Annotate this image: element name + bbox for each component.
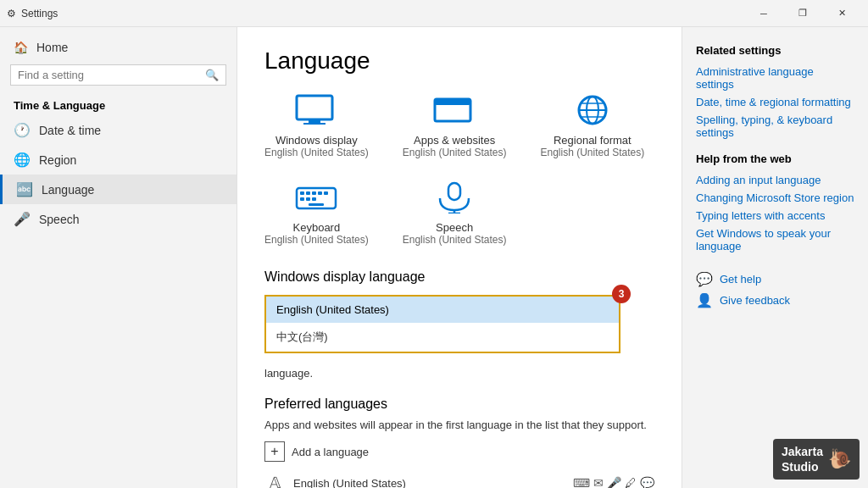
badge-3: 3 (612, 285, 631, 303)
display-lang-title: Windows display language (264, 269, 654, 285)
home-label: Home (36, 41, 68, 54)
main-content: Language Windows display English (United… (237, 27, 682, 488)
section-note: language. (264, 367, 654, 380)
sidebar-section-label: Time & Language (0, 92, 236, 115)
lang-action-icon-5[interactable]: 💬 (640, 476, 654, 488)
svg-rect-0 (297, 96, 332, 119)
speech-sub: English (United States) (403, 234, 507, 246)
speech-label: Speech (436, 221, 473, 234)
apps-websites-label: Apps & websites (414, 134, 495, 147)
sidebar-item-label: Speech (39, 213, 79, 226)
related-link-spelling[interactable]: Spelling, typing, & keyboard settings (696, 114, 854, 139)
regional-format-sub: English (United States) (540, 147, 644, 158)
search-box[interactable]: 🔍 (10, 64, 226, 86)
speech-icon (431, 179, 478, 216)
sidebar-item-language[interactable]: 🔤 Language (0, 175, 236, 204)
related-link-date[interactable]: Date, time & regional formatting (696, 96, 854, 108)
give-feedback-label: Give feedback (720, 294, 790, 307)
help-link-typing[interactable]: Typing letters with accents (696, 209, 854, 222)
watermark-line1: Jakarta (782, 444, 823, 459)
windows-display-item[interactable]: Windows display English (United States) (264, 92, 369, 158)
preferred-title: Preferred languages (264, 396, 654, 412)
date-time-icon: 🕐 (14, 122, 31, 138)
regional-format-icon (569, 92, 616, 129)
get-help-icon: 💬 (696, 271, 713, 287)
svg-rect-18 (312, 197, 316, 201)
windows-display-icon (292, 92, 340, 129)
language-icon: 🔤 (16, 181, 33, 197)
settings-icon: ⚙ (7, 8, 16, 19)
speech-item[interactable]: Speech English (United States) (403, 179, 507, 246)
svg-rect-14 (318, 191, 322, 195)
lang-icons-row: Windows display English (United States) … (264, 92, 654, 158)
svg-rect-11 (300, 191, 304, 195)
keyboard-label: Keyboard (293, 221, 341, 234)
watermark-line2: Studio (782, 459, 823, 474)
dropdown-option-chinese[interactable]: 中文(台灣) (266, 323, 619, 352)
help-title: Help from the web (696, 152, 854, 165)
give-feedback-icon: 👤 (696, 292, 713, 308)
svg-rect-2 (303, 123, 326, 125)
svg-rect-17 (306, 197, 310, 201)
apps-websites-item[interactable]: Apps & websites English (United States) (403, 92, 507, 158)
help-link-store[interactable]: Changing Microsoft Store region (696, 191, 854, 204)
get-help-item[interactable]: 💬 Get help (696, 271, 854, 287)
lang-list-label-english: English (United States) (293, 477, 406, 489)
home-icon: 🏠 (14, 41, 28, 54)
speech-sidebar-icon: 🎤 (14, 211, 31, 227)
snail-icon: 🐌 (828, 447, 851, 472)
help-link-adding[interactable]: Adding an input language (696, 174, 854, 186)
lang-icons-row-2: Keyboard English (United States) Speech … (264, 179, 654, 246)
search-input[interactable] (18, 69, 205, 81)
give-feedback-item[interactable]: 👤 Give feedback (696, 292, 854, 308)
titlebar: ⚙ Settings ─ ❐ ✕ (0, 0, 868, 27)
sidebar-item-region[interactable]: 🌐 Region (0, 145, 236, 175)
lang-action-icon-1[interactable]: ⌨ (573, 476, 590, 488)
titlebar-left: ⚙ Settings (7, 8, 58, 19)
watermark-text: Jakarta Studio (782, 444, 823, 474)
sidebar-item-date-time[interactable]: 🕐 Date & time (0, 115, 236, 145)
sidebar-item-label: Language (42, 183, 94, 197)
preferred-desc: Apps and websites will appear in the fir… (264, 419, 654, 431)
display-lang-dropdown[interactable]: English (United States) 中文(台灣) (264, 295, 620, 353)
app-body: 🏠 Home 🔍 Time & Language 🕐 Date & time 🌐… (0, 27, 868, 488)
svg-rect-13 (312, 191, 316, 195)
lang-list-icon-english: 𝔸 (264, 474, 285, 488)
sidebar-item-speech[interactable]: 🎤 Speech (0, 204, 236, 234)
lang-list-item-english: 𝔸 English (United States) ⌨ ✉ 🎤 🖊 💬 (264, 470, 654, 488)
display-lang-dropdown-wrapper: English (United States) 中文(台灣) 3 (264, 295, 620, 367)
get-help-label: Get help (720, 273, 761, 286)
minimize-button[interactable]: ─ (744, 0, 783, 27)
related-link-admin[interactable]: Administrative language settings (696, 65, 854, 91)
svg-rect-16 (300, 197, 304, 201)
svg-rect-19 (309, 203, 324, 206)
windows-display-sub: English (United States) (264, 147, 369, 158)
app-title: Settings (21, 8, 58, 19)
lang-action-icon-2[interactable]: ✉ (593, 476, 604, 488)
dropdown-option-english[interactable]: English (United States) (266, 297, 619, 323)
help-link-speak[interactable]: Get Windows to speak your language (696, 227, 854, 252)
watermark: Jakarta Studio 🐌 (773, 439, 860, 480)
lang-action-icon-3[interactable]: 🎤 (607, 476, 621, 488)
sidebar-home[interactable]: 🏠 Home (0, 34, 236, 61)
close-button[interactable]: ✕ (822, 0, 861, 27)
related-settings-title: Related settings (696, 44, 854, 57)
titlebar-controls: ─ ❐ ✕ (744, 0, 861, 27)
add-label: Add a language (292, 446, 369, 458)
svg-rect-20 (448, 183, 460, 200)
apps-websites-icon (431, 92, 478, 129)
right-panel: Related settings Administrative language… (682, 27, 868, 488)
add-language-button[interactable]: + Add a language (264, 441, 654, 462)
svg-rect-15 (324, 191, 328, 195)
svg-rect-12 (306, 191, 310, 195)
sidebar: 🏠 Home 🔍 Time & Language 🕐 Date & time 🌐… (0, 27, 237, 488)
restore-button[interactable]: ❐ (783, 0, 822, 27)
svg-rect-4 (435, 99, 470, 105)
sidebar-item-label: Region (39, 153, 76, 167)
lang-actions-english: ⌨ ✉ 🎤 🖊 💬 (573, 476, 654, 488)
regional-format-item[interactable]: Regional format English (United States) (540, 92, 644, 158)
region-icon: 🌐 (14, 152, 31, 168)
lang-action-icon-4[interactable]: 🖊 (625, 476, 637, 488)
keyboard-item[interactable]: Keyboard English (United States) (264, 179, 369, 246)
search-icon: 🔍 (205, 69, 219, 81)
